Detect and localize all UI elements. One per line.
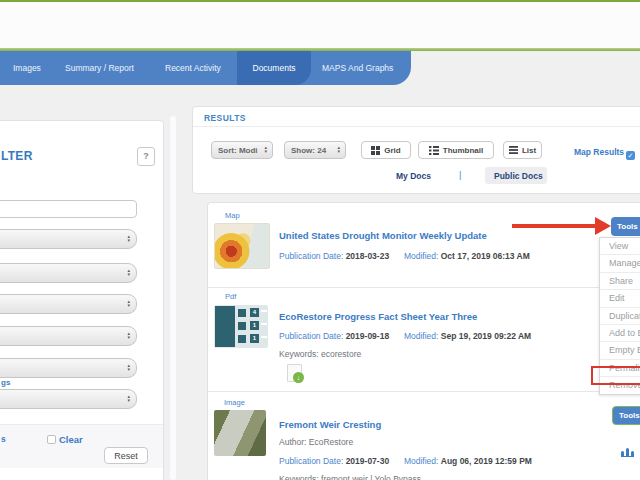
app-window: Images Summary / Report Recent Activity …	[0, 0, 640, 480]
modified-value: Aug 06, 2019 12:59 PM	[441, 456, 532, 466]
modified-value: Sep 19, 2019 09:22 AM	[441, 331, 531, 341]
menu-item-view[interactable]: View	[600, 238, 640, 254]
menu-item-share[interactable]: Share	[600, 272, 640, 289]
main-nav: Images Summary / Report Recent Activity …	[0, 51, 411, 85]
tools-button[interactable]: Tools	[611, 217, 640, 236]
thumbnail-view-button[interactable]: Thumbnail	[418, 141, 494, 159]
publication-date-value: 2019-07-30	[346, 456, 389, 466]
tab-recent-activity[interactable]: Recent Activity	[165, 51, 221, 85]
menu-item-add-to-binder[interactable]: Add to Binder	[600, 324, 640, 341]
pdf-thumb-number: 4	[250, 308, 259, 317]
document-title-link[interactable]: United States Drought Monitor Weekly Upd…	[279, 230, 487, 241]
tab-maps-and-graphs[interactable]: MAPS And Graphs	[322, 51, 393, 85]
tab-public-docs[interactable]: Public Docs	[494, 171, 543, 181]
publication-date-label: Publication Date:	[279, 456, 343, 466]
tab-images[interactable]: Images	[13, 51, 41, 85]
document-meta: Publication Date: 2019-09-18 Modified: S…	[279, 331, 531, 341]
menu-item-duplicate[interactable]: Duplicate	[600, 307, 640, 324]
document-keywords: Keywords: fremont weir | Yolo Bypass	[279, 474, 421, 480]
help-button[interactable]: ?	[137, 147, 155, 166]
select-stepper-icon: ▴▾	[337, 146, 340, 153]
menu-item-edit[interactable]: Edit	[600, 289, 640, 306]
modified-label: Modified:	[404, 251, 439, 261]
filter-select-1[interactable]: ▴▾	[0, 229, 137, 249]
select-stepper-icon: ▴▾	[127, 269, 130, 276]
annotation-arrow-shaft	[512, 224, 598, 228]
pdf-thumb-line	[261, 310, 267, 312]
download-icon[interactable]: ↓	[287, 364, 302, 382]
filter-footer: s Clear Reset	[0, 424, 163, 468]
modified-value: Oct 17, 2019 06:13 AM	[441, 251, 530, 261]
modified-label: Modified:	[404, 456, 439, 466]
tools-button[interactable]: Tools	[612, 406, 640, 425]
clear-checkbox[interactable]	[47, 435, 56, 444]
annotation-arrow-icon	[595, 217, 611, 235]
select-stepper-icon: ▴▾	[127, 395, 130, 402]
annotation-highlight-box	[591, 366, 640, 385]
results-header-panel: RESULTS Sort: Modi ▴▾ Show: 24 ▴▾ Grid T…	[192, 106, 640, 194]
docs-tab-divider: |	[459, 169, 461, 180]
stats-icon[interactable]	[621, 445, 634, 457]
document-meta: Publication Date: 2018-03-23 Modified: O…	[279, 251, 530, 261]
pdf-thumb-number: 1	[250, 321, 259, 330]
grid-icon	[371, 146, 380, 155]
document-thumbnail-pdf[interactable]: 4 1 1	[214, 305, 268, 348]
grid-view-button[interactable]: Grid	[361, 141, 411, 159]
filter-footer-link[interactable]: s	[1, 434, 6, 444]
publication-date-value: 2018-03-23	[346, 251, 389, 261]
list-icon	[509, 146, 518, 154]
filter-panel-title: LTER	[1, 149, 33, 163]
pdf-thumb-line	[261, 323, 267, 325]
document-thumbnail-image[interactable]	[214, 410, 266, 456]
pdf-thumb-line	[261, 336, 267, 338]
results-title-divider	[193, 126, 640, 127]
tab-documents[interactable]: Documents	[237, 51, 311, 85]
menu-item-manage[interactable]: Manage	[600, 254, 640, 271]
map-results-label[interactable]: Map Results	[574, 147, 624, 157]
filter-search-input[interactable]	[0, 200, 137, 218]
sort-select-value: Sort: Modi	[218, 146, 258, 155]
list-view-label: List	[522, 146, 536, 155]
pdf-thumb-glyph	[238, 335, 246, 343]
row-divider	[208, 287, 640, 288]
pdf-thumb-glyph	[238, 322, 246, 330]
document-thumbnail-map[interactable]	[214, 223, 270, 269]
show-select-value: Show: 24	[291, 146, 326, 155]
document-title-link[interactable]: Fremont Weir Cresting	[279, 419, 381, 430]
filter-panel: LTER ? ▴▾ ▴▾ ▴▾ ▴▾ ▴▾ gs ▴▾ s Clear Rese…	[0, 120, 164, 480]
document-list-panel: Map United States Drought Monitor Weekly…	[207, 202, 640, 480]
menu-item-empty-binder[interactable]: Empty Binder	[600, 341, 640, 358]
publication-date-label: Publication Date:	[279, 331, 343, 341]
filter-tags-link[interactable]: gs	[1, 378, 10, 387]
document-type-label: Pdf	[225, 292, 236, 301]
header-collapsed-band	[0, 2, 640, 48]
document-keywords: Keywords: ecorestore	[279, 349, 361, 359]
results-title: RESULTS	[204, 113, 246, 123]
modified-label: Modified:	[404, 331, 439, 341]
filter-select-3[interactable]: ▴▾	[0, 294, 137, 314]
select-stepper-icon: ▴▾	[127, 300, 130, 307]
clear-label[interactable]: Clear	[59, 434, 83, 445]
select-stepper-icon: ▴▾	[264, 146, 267, 153]
sort-select[interactable]: Sort: Modi ▴▾	[211, 141, 273, 159]
filter-select-4[interactable]: ▴▾	[0, 326, 137, 346]
tab-summary-report[interactable]: Summary / Report	[65, 51, 134, 85]
pdf-thumb-number: 1	[250, 334, 259, 343]
document-type-label: Image	[224, 398, 245, 407]
publication-date-label: Publication Date:	[279, 251, 343, 261]
filter-select-5[interactable]: ▴▾	[0, 358, 137, 378]
select-stepper-icon: ▴▾	[127, 332, 130, 339]
filter-select-2[interactable]: ▴▾	[0, 263, 137, 283]
document-type-label: Map	[225, 211, 240, 220]
pdf-thumb-block	[215, 306, 235, 347]
pdf-thumb-glyph	[238, 309, 246, 317]
map-results-checkbox[interactable]: ✓	[626, 151, 635, 160]
select-stepper-icon: ▴▾	[127, 235, 130, 242]
document-title-link[interactable]: EcoRestore Progress Fact Sheet Year Thre…	[279, 311, 477, 322]
tab-my-docs[interactable]: My Docs	[396, 171, 431, 181]
reset-button[interactable]: Reset	[104, 447, 148, 464]
filter-select-6[interactable]: ▴▾	[0, 389, 137, 409]
list-view-button[interactable]: List	[503, 141, 542, 159]
show-select[interactable]: Show: 24 ▴▾	[284, 141, 346, 159]
row-divider	[208, 391, 640, 392]
